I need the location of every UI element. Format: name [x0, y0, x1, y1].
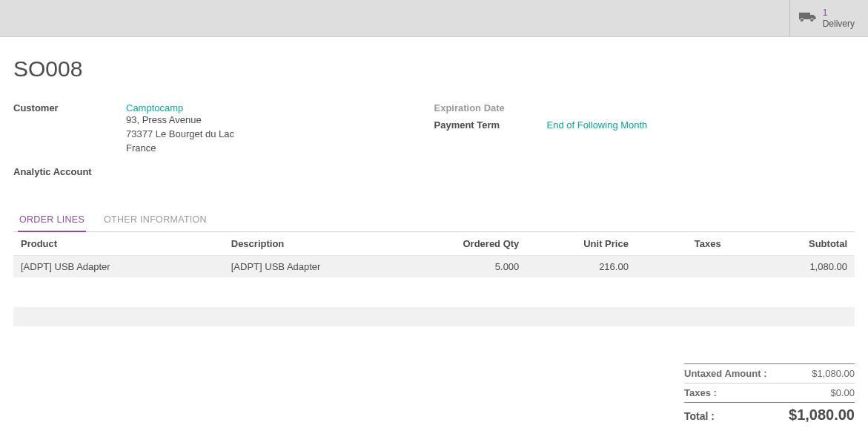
taxes-value: $0.00	[830, 387, 855, 398]
field-columns: Customer Camptocamp 93, Press Avenue 733…	[13, 102, 855, 183]
tab-other-information[interactable]: OTHER INFORMATION	[102, 207, 208, 232]
untaxed-value: $1,080.00	[812, 368, 855, 379]
order-name: SO008	[13, 56, 855, 82]
total-label: Total :	[684, 410, 715, 422]
analytic-account-label: Analytic Account	[13, 166, 126, 177]
order-lines-table: Product Description Ordered Qty Unit Pri…	[13, 232, 855, 277]
cell-product: [ADPT] USB Adapter	[13, 255, 224, 277]
cell-ordered-qty: 5.000	[417, 255, 527, 277]
table-row[interactable]: [ADPT] USB Adapter [ADPT] USB Adapter 5.…	[13, 255, 855, 277]
cell-subtotal: 1,080.00	[729, 255, 855, 277]
tab-bar: ORDER LINES OTHER INFORMATION	[13, 207, 855, 232]
delivery-label: Delivery	[823, 19, 855, 29]
delivery-count: 1	[823, 7, 855, 18]
delivery-stat-text: 1 Delivery	[823, 7, 855, 29]
right-column: Expiration Date Payment Term End of Foll…	[434, 102, 855, 183]
taxes-label: Taxes :	[684, 387, 717, 398]
form-sheet: SO008 Customer Camptocamp 93, Press Aven…	[0, 37, 868, 428]
expiration-date-label: Expiration Date	[434, 102, 547, 113]
col-taxes: Taxes	[636, 232, 729, 256]
payment-term-link[interactable]: End of Following Month	[547, 119, 855, 131]
customer-link[interactable]: Camptocamp	[126, 102, 434, 113]
col-unit-price: Unit Price	[526, 232, 636, 256]
payment-term-field: Payment Term End of Following Month	[434, 119, 855, 131]
total-value: $1,080.00	[789, 406, 855, 424]
delivery-stat-button[interactable]: 1 Delivery	[789, 0, 868, 36]
total-line: Total : $1,080.00	[684, 402, 855, 427]
totals-area: Untaxed Amount : $1,080.00 Taxes : $0.00…	[13, 363, 855, 427]
expiration-date-field: Expiration Date	[434, 102, 855, 113]
customer-country: France	[126, 142, 434, 156]
taxes-line: Taxes : $0.00	[684, 383, 855, 402]
analytic-account-field: Analytic Account	[13, 166, 434, 177]
customer-street: 93, Press Avenue	[126, 113, 434, 128]
customer-field: Customer Camptocamp 93, Press Avenue 733…	[13, 102, 434, 156]
col-subtotal: Subtotal	[729, 232, 855, 256]
customer-city: 73377 Le Bourget du Lac	[126, 128, 434, 142]
col-product: Product	[13, 232, 224, 256]
col-ordered-qty: Ordered Qty	[417, 232, 527, 256]
cell-description: [ADPT] USB Adapter	[224, 255, 417, 277]
analytic-account-value	[126, 166, 434, 177]
col-description: Description	[224, 232, 417, 256]
tab-order-lines[interactable]: ORDER LINES	[18, 207, 86, 232]
expiration-date-value	[547, 102, 855, 113]
left-column: Customer Camptocamp 93, Press Avenue 733…	[13, 102, 434, 183]
cell-taxes	[636, 255, 729, 277]
table-header-row: Product Description Ordered Qty Unit Pri…	[13, 232, 855, 256]
customer-value: Camptocamp 93, Press Avenue 73377 Le Bou…	[126, 102, 434, 156]
customer-label: Customer	[13, 102, 126, 156]
totals-box: Untaxed Amount : $1,080.00 Taxes : $0.00…	[684, 363, 855, 427]
truck-icon	[799, 11, 823, 25]
untaxed-line: Untaxed Amount : $1,080.00	[684, 363, 855, 383]
cell-unit-price: 216.00	[526, 255, 636, 277]
top-bar: 1 Delivery	[0, 0, 868, 37]
spacer-band	[13, 307, 855, 326]
untaxed-label: Untaxed Amount :	[684, 368, 766, 379]
payment-term-label: Payment Term	[434, 119, 547, 131]
